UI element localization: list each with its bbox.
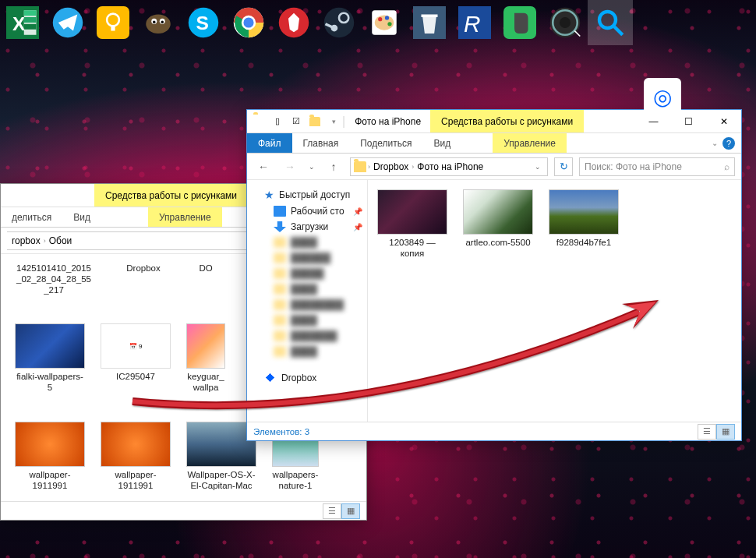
- ribbon-collapse-icon[interactable]: ⌄: [712, 139, 718, 147]
- view-thumbnails-button[interactable]: ▦: [341, 503, 360, 519]
- file-item[interactable]: Dropbox: [108, 263, 178, 295]
- file-item[interactable]: wallpaper-1911991: [101, 422, 171, 492]
- telegram-icon[interactable]: [45, 0, 90, 45]
- file-list: 1203849 — копия artleo.com-5500 f9289d4b…: [368, 180, 741, 422]
- address-dropdown-icon[interactable]: ⌄: [530, 163, 546, 171]
- svg-rect-7: [97, 6, 129, 39]
- file-item[interactable]: keyguar_wallpa: [186, 323, 225, 394]
- brave-icon[interactable]: [271, 0, 316, 45]
- refresh-button[interactable]: ↻: [554, 157, 573, 176]
- svg-point-28: [385, 16, 389, 19]
- svg-point-29: [387, 22, 391, 26]
- sidebar-item[interactable]: █████: [247, 266, 367, 281]
- nav-back-button[interactable]: ←: [253, 157, 274, 177]
- nav-up-button[interactable]: ↑: [323, 157, 344, 177]
- navigation-pane: ★Быстрый доступ Рабочий сто📌 Загрузки📌 █…: [247, 180, 368, 422]
- excel-icon[interactable]: X: [0, 0, 45, 45]
- recycle-icon[interactable]: [407, 0, 452, 45]
- close-button[interactable]: ✕: [706, 110, 741, 132]
- search-icon[interactable]: [588, 0, 633, 45]
- svg-rect-5: [24, 24, 37, 30]
- qat-dropdown-button[interactable]: ▾: [325, 113, 342, 130]
- obs-icon[interactable]: [542, 0, 588, 45]
- svg-point-22: [324, 8, 355, 38]
- nav-forward-button[interactable]: →: [280, 157, 300, 177]
- tab-view[interactable]: Вид: [422, 133, 461, 153]
- status-text: Элементов: 3: [253, 427, 309, 436]
- nav-recent-button[interactable]: ⌄: [306, 157, 317, 177]
- file-item[interactable]: wallpaper-1911991: [15, 422, 85, 492]
- svg-text:S: S: [196, 12, 208, 34]
- svg-rect-31: [422, 15, 438, 18]
- sidebar-item[interactable]: ██████: [247, 250, 367, 266]
- sidebar-item[interactable]: ████: [247, 344, 367, 359]
- svg-point-27: [378, 17, 382, 21]
- sidebar-item[interactable]: ████: [247, 281, 367, 297]
- paint-icon[interactable]: [362, 0, 407, 45]
- evernote-icon[interactable]: [497, 0, 542, 45]
- contextual-tab-label: Средства работы с рисунками: [430, 110, 584, 132]
- file-item[interactable]: DO: [194, 263, 217, 295]
- sidebar-item[interactable]: ███████: [247, 328, 367, 344]
- contextual-tab-label: Средства работы с рисунками: [94, 184, 248, 207]
- sidebar-desktop[interactable]: Рабочий сто📌: [247, 203, 367, 219]
- steam-icon[interactable]: [316, 0, 362, 45]
- file-item[interactable]: fialki-wallpapers-5: [15, 323, 85, 394]
- svg-point-38: [599, 12, 616, 28]
- sidebar-item[interactable]: ████████: [247, 297, 367, 313]
- file-item[interactable]: 1203849 — копия: [377, 189, 447, 260]
- breadcrumb-item[interactable]: Dropbox: [370, 161, 412, 172]
- sidebar-item[interactable]: ████: [247, 235, 367, 250]
- qat-newfolder-button[interactable]: [306, 113, 323, 130]
- svg-rect-3: [24, 10, 37, 16]
- tab-file[interactable]: Файл: [247, 133, 292, 153]
- address-bar[interactable]: › Dropbox › Фото на iPhone ⌄: [350, 157, 548, 176]
- svg-point-14: [161, 20, 164, 23]
- revo-icon[interactable]: R: [452, 0, 497, 45]
- search-icon: ⌕: [724, 161, 730, 172]
- folder-icon: [354, 161, 366, 172]
- svg-text:X: X: [12, 13, 26, 34]
- view-details-button[interactable]: ☰: [323, 503, 341, 519]
- sidebar-downloads[interactable]: Загрузки📌: [247, 219, 367, 235]
- qat-properties-button[interactable]: ▯: [269, 113, 286, 130]
- breadcrumb-item[interactable]: Фото на iPhone: [414, 161, 486, 172]
- search-input[interactable]: Поиск: Фото на iPhone ⌕: [579, 157, 735, 176]
- qat-checkbox-button[interactable]: ☑: [288, 113, 305, 130]
- tab-manage[interactable]: Управление: [493, 133, 567, 153]
- tab-view[interactable]: Вид: [62, 207, 101, 227]
- window-title: Фото на iPhone: [355, 116, 421, 127]
- pin-icon: 📌: [353, 207, 362, 216]
- taskbar: X S R: [0, 0, 756, 45]
- help-icon[interactable]: ?: [722, 137, 735, 150]
- tab-share[interactable]: делиться: [1, 207, 62, 227]
- pin-icon: 📌: [353, 223, 362, 231]
- sidebar-quick-access[interactable]: ★Быстрый доступ: [247, 186, 367, 203]
- desktop-shortcut[interactable]: ◎: [639, 78, 686, 115]
- folder-icon: [252, 115, 266, 129]
- view-thumbnails-button[interactable]: ▦: [716, 424, 735, 440]
- keep-icon[interactable]: [90, 0, 136, 45]
- svg-rect-9: [111, 26, 115, 31]
- tab-manage[interactable]: Управление: [148, 207, 222, 227]
- file-item[interactable]: 📅 9IC295047: [101, 323, 171, 394]
- svg-point-10: [146, 15, 171, 34]
- skype-icon[interactable]: S: [181, 0, 226, 45]
- gimp-icon[interactable]: [136, 0, 181, 45]
- file-item[interactable]: f9289d4b7fe1: [549, 189, 619, 260]
- view-details-button[interactable]: ☰: [698, 424, 716, 440]
- svg-point-13: [153, 20, 156, 23]
- sidebar-item[interactable]: ████: [247, 313, 367, 328]
- svg-rect-4: [24, 17, 37, 23]
- chrome-icon[interactable]: [226, 0, 271, 45]
- dropbox-icon: ⯁: [264, 371, 277, 385]
- tab-share[interactable]: Поделиться: [349, 133, 422, 153]
- svg-text:R: R: [464, 11, 481, 37]
- file-item[interactable]: artleo.com-5500: [463, 189, 533, 260]
- file-item[interactable]: 1425101410_2015_02_28_04_28_55_217: [15, 263, 93, 295]
- explorer-window-front: ▯ ☑ ▾ | Фото на iPhone Средства работы с…: [246, 109, 742, 441]
- tab-home[interactable]: Главная: [292, 133, 350, 153]
- svg-point-37: [560, 17, 571, 28]
- sidebar-dropbox[interactable]: ⯁Dropbox: [247, 369, 367, 387]
